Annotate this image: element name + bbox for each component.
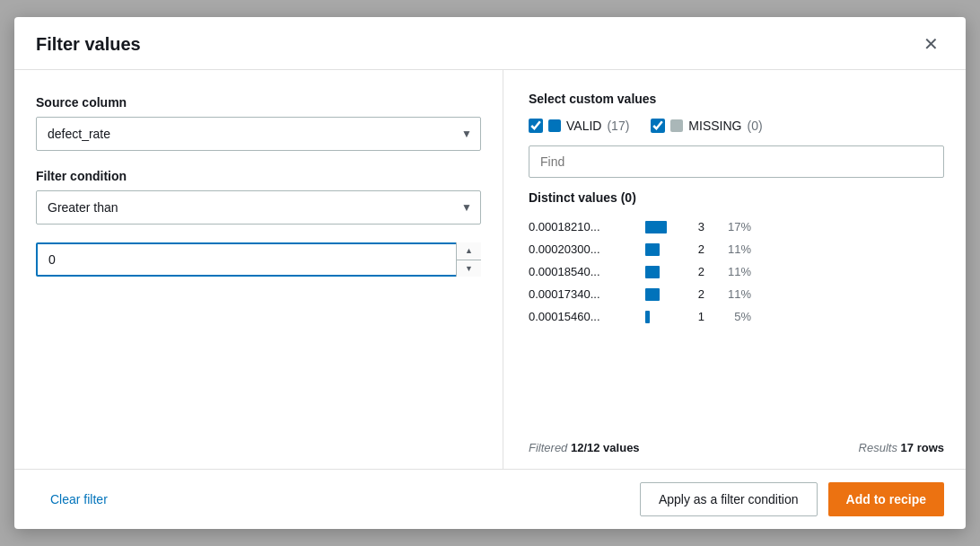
list-item: 0.00015460... 1 5% — [529, 305, 944, 328]
value-count: 3 — [678, 220, 704, 233]
right-panel: Select custom values VALID (17) MISSING … — [503, 70, 966, 469]
add-to-recipe-button[interactable]: Add to recipe — [828, 482, 944, 516]
value-pct: 5% — [719, 310, 751, 323]
valid-checkbox[interactable] — [529, 119, 543, 133]
find-input[interactable] — [529, 145, 944, 178]
modal-body: Source column defect_rate ▼ Filter condi… — [14, 70, 966, 469]
apply-filter-button[interactable]: Apply as a filter condition — [640, 482, 818, 516]
spin-down-button[interactable]: ▼ — [457, 260, 481, 277]
missing-label: MISSING — [688, 119, 741, 133]
value-bar-cell — [645, 243, 667, 256]
select-custom-values-title: Select custom values — [529, 92, 944, 106]
list-item: 0.00017340... 2 11% — [529, 283, 944, 305]
checkboxes-row: VALID (17) MISSING (0) — [529, 119, 944, 133]
close-button[interactable]: ✕ — [918, 33, 944, 55]
value-name: 0.00015460... — [529, 310, 645, 323]
value-name: 0.00018210... — [529, 220, 645, 233]
list-item: 0.00018540... 2 11% — [529, 260, 944, 283]
spin-buttons: ▲ ▼ — [456, 242, 481, 277]
filter-condition-wrapper: Greater thanLess thanEqual toNot equal t… — [36, 190, 481, 225]
value-bar-cell — [645, 288, 667, 301]
value-bar — [645, 266, 660, 278]
spin-up-button[interactable]: ▲ — [457, 242, 481, 260]
valid-label: VALID — [566, 119, 601, 133]
results-text: Results 17 rows — [859, 441, 944, 454]
value-name: 0.00020300... — [529, 242, 645, 256]
value-count: 2 — [678, 265, 704, 278]
values-list: 0.00018210... 3 17% 0.00020300... 2 11% … — [529, 216, 944, 430]
source-column-label: Source column — [36, 95, 481, 110]
value-name: 0.00018540... — [529, 265, 645, 278]
filtered-text: Filtered 12/12 values — [529, 441, 640, 454]
list-item: 0.00020300... 2 11% — [529, 238, 944, 260]
value-pct: 11% — [719, 265, 751, 278]
modal-title: Filter values — [36, 34, 141, 55]
valid-color-swatch — [548, 119, 561, 132]
value-count: 2 — [678, 287, 704, 301]
value-bar-cell — [645, 266, 667, 278]
modal-footer: Clear filter Apply as a filter condition… — [14, 469, 966, 529]
filter-values-modal: Filter values ✕ Source column defect_rat… — [14, 17, 966, 529]
value-pct: 17% — [719, 220, 751, 233]
value-bar — [645, 243, 660, 256]
filter-condition-label: Filter condition — [36, 169, 481, 183]
missing-count: (0) — [747, 119, 762, 133]
value-bar — [645, 221, 667, 233]
left-panel: Source column defect_rate ▼ Filter condi… — [14, 70, 503, 469]
value-bar-cell — [645, 311, 667, 323]
modal-header: Filter values ✕ — [14, 17, 966, 70]
value-count: 2 — [678, 242, 704, 256]
modal-overlay: Filter values ✕ Source column defect_rat… — [0, 0, 980, 546]
value-bar-cell — [645, 221, 667, 233]
list-item: 0.00018210... 3 17% — [529, 216, 944, 238]
value-bar — [645, 288, 660, 301]
source-column-select[interactable]: defect_rate — [36, 117, 481, 151]
valid-checkbox-item[interactable]: VALID (17) — [529, 119, 629, 133]
value-pct: 11% — [719, 242, 751, 256]
value-input[interactable] — [36, 242, 481, 277]
value-bar — [645, 311, 650, 323]
missing-color-swatch — [670, 119, 683, 132]
clear-filter-button[interactable]: Clear filter — [36, 485, 122, 514]
missing-checkbox[interactable] — [651, 119, 665, 133]
distinct-values-header: Distinct values (0) — [529, 190, 944, 205]
filtered-summary: Filtered 12/12 values Results 17 rows — [529, 441, 944, 454]
value-count: 1 — [678, 310, 704, 323]
value-name: 0.00017340... — [529, 287, 645, 301]
filter-condition-select[interactable]: Greater thanLess thanEqual toNot equal t… — [36, 190, 481, 225]
missing-checkbox-item[interactable]: MISSING (0) — [651, 119, 762, 133]
valid-count: (17) — [607, 119, 629, 133]
value-pct: 11% — [719, 287, 751, 301]
value-input-wrapper: ▲ ▼ — [36, 242, 481, 277]
source-column-wrapper: defect_rate ▼ — [36, 117, 481, 151]
